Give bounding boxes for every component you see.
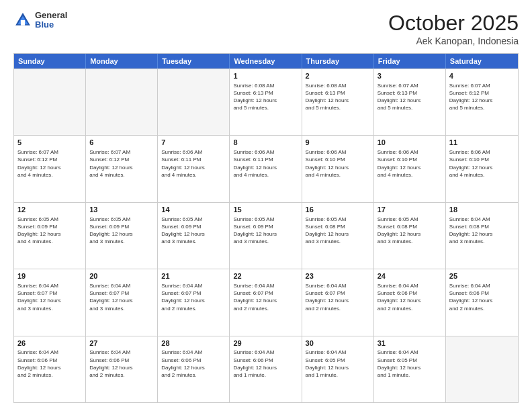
cell-info: Sunrise: 6:07 AM Sunset: 6:13 PM Dayligh…: [378, 82, 442, 112]
day-28: 28Sunrise: 6:04 AM Sunset: 6:06 PM Dayli…: [158, 336, 230, 402]
cell-info: Sunrise: 6:04 AM Sunset: 6:06 PM Dayligh…: [161, 349, 226, 379]
day-number: 3: [378, 71, 442, 81]
cell-info: Sunrise: 6:06 AM Sunset: 6:10 PM Dayligh…: [449, 148, 515, 179]
day-number: 19: [17, 271, 82, 281]
header-thursday: Thursday: [302, 54, 374, 68]
day-number: 14: [161, 205, 226, 215]
cell-info: Sunrise: 6:04 AM Sunset: 6:07 PM Dayligh…: [161, 282, 226, 312]
logo: General Blue: [13, 11, 67, 30]
day-number: 25: [449, 271, 515, 281]
cell-info: Sunrise: 6:08 AM Sunset: 6:13 PM Dayligh…: [233, 82, 298, 112]
day-2: 2Sunrise: 6:08 AM Sunset: 6:13 PM Daylig…: [302, 69, 374, 135]
day-number: 9: [306, 138, 370, 148]
calendar-row-1: 5Sunrise: 6:07 AM Sunset: 6:12 PM Daylig…: [14, 135, 518, 201]
day-number: 2: [306, 71, 370, 81]
cell-info: Sunrise: 6:05 AM Sunset: 6:09 PM Dayligh…: [17, 216, 82, 246]
day-number: 12: [17, 205, 82, 215]
month-title: October 2025: [388, 11, 519, 36]
day-7: 7Sunrise: 6:06 AM Sunset: 6:11 PM Daylig…: [158, 136, 230, 201]
day-number: 11: [449, 138, 515, 148]
header-friday: Friday: [374, 54, 446, 68]
day-22: 22Sunrise: 6:04 AM Sunset: 6:07 PM Dayli…: [230, 269, 302, 335]
cell-info: Sunrise: 6:04 AM Sunset: 6:06 PM Dayligh…: [89, 349, 154, 379]
cell-info: Sunrise: 6:05 AM Sunset: 6:09 PM Dayligh…: [89, 216, 154, 246]
day-number: 6: [89, 138, 154, 148]
header-sunday: Sunday: [14, 54, 86, 68]
day-number: 22: [233, 271, 298, 281]
day-number: 23: [306, 271, 370, 281]
cell-info: Sunrise: 6:04 AM Sunset: 6:06 PM Dayligh…: [17, 349, 82, 379]
day-number: 17: [378, 205, 442, 215]
calendar-page: General Blue October 2025 Aek Kanopan, I…: [0, 0, 532, 411]
day-16: 16Sunrise: 6:05 AM Sunset: 6:08 PM Dayli…: [302, 203, 374, 269]
calendar-body: 1Sunrise: 6:08 AM Sunset: 6:13 PM Daylig…: [14, 68, 518, 402]
cell-info: Sunrise: 6:07 AM Sunset: 6:12 PM Dayligh…: [449, 82, 515, 112]
header-wednesday: Wednesday: [230, 54, 302, 68]
day-30: 30Sunrise: 6:04 AM Sunset: 6:05 PM Dayli…: [302, 336, 374, 402]
cell-info: Sunrise: 6:06 AM Sunset: 6:10 PM Dayligh…: [378, 148, 442, 179]
day-number: 29: [233, 338, 298, 349]
header-monday: Monday: [86, 54, 158, 68]
calendar-row-4: 26Sunrise: 6:04 AM Sunset: 6:06 PM Dayli…: [14, 336, 518, 402]
cell-info: Sunrise: 6:04 AM Sunset: 6:05 PM Dayligh…: [378, 349, 442, 379]
calendar-row-3: 19Sunrise: 6:04 AM Sunset: 6:07 PM Dayli…: [14, 269, 518, 335]
day-14: 14Sunrise: 6:05 AM Sunset: 6:09 PM Dayli…: [158, 203, 230, 269]
calendar: SundayMondayTuesdayWednesdayThursdayFrid…: [13, 53, 519, 403]
calendar-header: SundayMondayTuesdayWednesdayThursdayFrid…: [14, 54, 518, 68]
day-25: 25Sunrise: 6:04 AM Sunset: 6:06 PM Dayli…: [446, 269, 518, 335]
day-number: 31: [378, 338, 442, 349]
cell-info: Sunrise: 6:05 AM Sunset: 6:09 PM Dayligh…: [233, 216, 298, 246]
day-number: 24: [378, 271, 442, 281]
logo-blue: Blue: [35, 20, 67, 30]
empty-cell: [14, 69, 86, 135]
cell-info: Sunrise: 6:06 AM Sunset: 6:11 PM Dayligh…: [233, 148, 298, 179]
day-number: 20: [89, 271, 154, 281]
day-10: 10Sunrise: 6:06 AM Sunset: 6:10 PM Dayli…: [374, 136, 446, 201]
cell-info: Sunrise: 6:05 AM Sunset: 6:08 PM Dayligh…: [306, 216, 370, 246]
day-5: 5Sunrise: 6:07 AM Sunset: 6:12 PM Daylig…: [14, 136, 86, 201]
cell-info: Sunrise: 6:04 AM Sunset: 6:08 PM Dayligh…: [449, 216, 515, 246]
day-number: 7: [161, 138, 226, 148]
day-number: 8: [233, 138, 298, 148]
day-23: 23Sunrise: 6:04 AM Sunset: 6:07 PM Dayli…: [302, 269, 374, 335]
cell-info: Sunrise: 6:06 AM Sunset: 6:11 PM Dayligh…: [161, 148, 226, 179]
day-number: 27: [89, 338, 154, 349]
cell-info: Sunrise: 6:04 AM Sunset: 6:07 PM Dayligh…: [17, 282, 82, 312]
day-number: 16: [306, 205, 370, 215]
calendar-row-2: 12Sunrise: 6:05 AM Sunset: 6:09 PM Dayli…: [14, 202, 518, 269]
day-3: 3Sunrise: 6:07 AM Sunset: 6:13 PM Daylig…: [374, 69, 446, 135]
cell-info: Sunrise: 6:05 AM Sunset: 6:09 PM Dayligh…: [161, 216, 226, 246]
cell-info: Sunrise: 6:04 AM Sunset: 6:05 PM Dayligh…: [306, 349, 370, 379]
day-11: 11Sunrise: 6:06 AM Sunset: 6:10 PM Dayli…: [446, 136, 518, 201]
day-number: 5: [17, 138, 82, 148]
day-24: 24Sunrise: 6:04 AM Sunset: 6:06 PM Dayli…: [374, 269, 446, 335]
day-number: 15: [233, 205, 298, 215]
day-4: 4Sunrise: 6:07 AM Sunset: 6:12 PM Daylig…: [446, 69, 518, 135]
logo-general: General: [35, 11, 67, 20]
day-12: 12Sunrise: 6:05 AM Sunset: 6:09 PM Dayli…: [14, 203, 86, 269]
day-8: 8Sunrise: 6:06 AM Sunset: 6:11 PM Daylig…: [230, 136, 302, 201]
empty-cell: [86, 69, 158, 135]
day-number: 1: [233, 71, 298, 81]
cell-info: Sunrise: 6:04 AM Sunset: 6:06 PM Dayligh…: [449, 282, 515, 312]
calendar-row-0: 1Sunrise: 6:08 AM Sunset: 6:13 PM Daylig…: [14, 68, 518, 135]
cell-info: Sunrise: 6:08 AM Sunset: 6:13 PM Dayligh…: [306, 82, 370, 112]
day-number: 4: [449, 71, 515, 81]
cell-info: Sunrise: 6:07 AM Sunset: 6:12 PM Dayligh…: [17, 148, 82, 179]
cell-info: Sunrise: 6:04 AM Sunset: 6:06 PM Dayligh…: [233, 349, 298, 379]
day-31: 31Sunrise: 6:04 AM Sunset: 6:05 PM Dayli…: [374, 336, 446, 402]
cell-info: Sunrise: 6:04 AM Sunset: 6:07 PM Dayligh…: [233, 282, 298, 312]
header-saturday: Saturday: [446, 54, 518, 68]
cell-info: Sunrise: 6:05 AM Sunset: 6:08 PM Dayligh…: [378, 216, 442, 246]
day-29: 29Sunrise: 6:04 AM Sunset: 6:06 PM Dayli…: [230, 336, 302, 402]
day-number: 18: [449, 205, 515, 215]
cell-info: Sunrise: 6:04 AM Sunset: 6:07 PM Dayligh…: [306, 282, 370, 312]
day-18: 18Sunrise: 6:04 AM Sunset: 6:08 PM Dayli…: [446, 203, 518, 269]
day-19: 19Sunrise: 6:04 AM Sunset: 6:07 PM Dayli…: [14, 269, 86, 335]
day-6: 6Sunrise: 6:07 AM Sunset: 6:12 PM Daylig…: [86, 136, 158, 201]
day-number: 30: [306, 338, 370, 349]
cell-info: Sunrise: 6:07 AM Sunset: 6:12 PM Dayligh…: [89, 148, 154, 179]
day-1: 1Sunrise: 6:08 AM Sunset: 6:13 PM Daylig…: [230, 69, 302, 135]
day-20: 20Sunrise: 6:04 AM Sunset: 6:07 PM Dayli…: [86, 269, 158, 335]
day-number: 21: [161, 271, 226, 281]
